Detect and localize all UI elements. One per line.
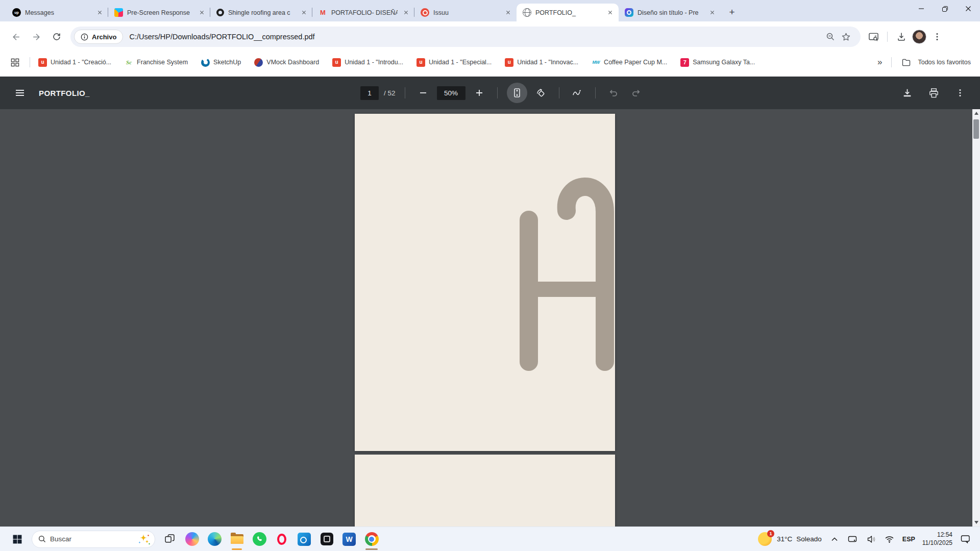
tab-title: Shingle roofing area c [228, 9, 296, 16]
notification-bubble-icon [961, 535, 970, 543]
bookmark-item[interactable]: Coffee Paper Cup M... [592, 58, 667, 67]
pdf-menu-button[interactable] [9, 82, 31, 104]
tab-close-icon[interactable] [708, 8, 717, 17]
copilot-button[interactable] [181, 528, 203, 550]
browser-tab[interactable]: Shingle roofing area c [210, 4, 312, 21]
page-number-input[interactable]: 1 [360, 86, 379, 100]
language-indicator[interactable]: ESP [902, 536, 915, 543]
scroll-down-arrow[interactable] [974, 521, 978, 524]
browser-tab[interactable]: Pre-Screen Response [108, 4, 210, 21]
pdf-viewer[interactable] [0, 109, 980, 527]
new-tab-button[interactable]: + [725, 5, 739, 19]
task-view-button[interactable] [158, 528, 181, 550]
tab-close-icon[interactable] [95, 8, 104, 17]
redo-button[interactable] [627, 84, 645, 102]
copilot-icon [185, 532, 199, 546]
udemy-icon [332, 58, 341, 67]
pdf-download-button[interactable] [898, 84, 916, 102]
volume-button[interactable] [866, 532, 877, 546]
browser-tab[interactable]: PORTAFOLIO- DISEÑA [312, 4, 414, 21]
browser-tab[interactable]: PORTFOLIO_ [517, 4, 619, 21]
scroll-up-arrow[interactable] [974, 112, 978, 115]
tab-close-icon[interactable] [606, 8, 615, 17]
apps-grid-button[interactable] [7, 55, 22, 70]
tray-overflow-button[interactable] [829, 532, 840, 546]
browser-tab[interactable]: Diseño sin título - Pre [619, 4, 721, 21]
downloads-button[interactable] [894, 29, 909, 44]
bookmark-label: Unidad 1 - "Innovac... [517, 59, 578, 66]
bookmark-item[interactable]: Unidad 1 - "Creació... [38, 58, 111, 67]
whatsapp-icon [253, 532, 266, 546]
browser-tab[interactable]: Issuu [414, 4, 517, 21]
scrollbar[interactable] [972, 109, 980, 527]
all-favorites-label[interactable]: Todos los favoritos [918, 59, 971, 66]
fit-to-page-button[interactable] [507, 83, 527, 103]
maximize-button[interactable] [933, 0, 957, 17]
zoom-in-button[interactable] [471, 84, 488, 102]
tab-close-icon[interactable] [198, 8, 206, 17]
tab-close-icon[interactable] [402, 8, 410, 17]
fit-page-icon [512, 88, 522, 98]
annotate-button[interactable] [569, 84, 586, 102]
reload-button[interactable] [48, 28, 65, 45]
notification-center-button[interactable] [960, 532, 971, 546]
rotate-button[interactable] [532, 84, 550, 102]
bookmarks-divider [30, 57, 30, 67]
browser-menu-button[interactable] [929, 29, 945, 44]
browser-tab[interactable]: Messages [6, 4, 108, 21]
chrome-active-indicator [365, 548, 378, 550]
pdf-kebab-icon [955, 88, 965, 97]
bookmark-item[interactable]: Unidad 1 - "Especial... [416, 58, 492, 67]
issuu-icon [421, 8, 429, 17]
bookmarks-right: » Todos los favoritos [877, 57, 971, 67]
taskbar-right: 1 31°C Soleado ESP 12:54 11/10/2025 [758, 531, 974, 547]
taskbar-search[interactable]: Buscar [32, 531, 155, 548]
tabs: Messages Pre-Screen Response Shingle roo… [0, 0, 721, 21]
dark-app-button[interactable] [315, 528, 338, 550]
chevron-up-icon [831, 537, 838, 542]
profile-avatar[interactable] [912, 30, 926, 44]
weather-widget[interactable]: 1 31°C Soleado [758, 532, 822, 546]
zoom-level-button[interactable] [823, 29, 838, 44]
file-explorer-button[interactable] [226, 528, 248, 550]
zoom-level-box[interactable]: 50% [437, 86, 465, 100]
tab-close-icon[interactable] [300, 8, 308, 17]
coffee-icon [592, 58, 600, 67]
edge-button[interactable] [203, 528, 226, 550]
bookmark-item[interactable]: Franchise System [125, 58, 188, 67]
bookmark-item[interactable]: Samsung Galaxy Ta... [680, 58, 755, 67]
file-scheme-chip[interactable]: Archivo [74, 30, 123, 44]
undo-button[interactable] [605, 84, 622, 102]
outlook-button[interactable] [293, 528, 315, 550]
network-button[interactable] [884, 532, 895, 546]
back-button[interactable] [7, 28, 24, 45]
bookmark-this-tab-button[interactable] [838, 29, 853, 44]
tab-title: PORTAFOLIO- DISEÑA [331, 9, 398, 16]
forward-button[interactable] [28, 28, 45, 45]
cast-button[interactable] [847, 532, 859, 546]
plus-icon [475, 88, 484, 97]
bookmark-item[interactable]: VMock Dashboard [254, 58, 319, 67]
bookmark-item[interactable]: Unidad 1 - "Innovac... [505, 58, 578, 67]
close-window-button[interactable] [957, 0, 980, 17]
pdf-print-button[interactable] [925, 84, 942, 102]
weather-desc: Soleado [796, 535, 822, 543]
word-button[interactable]: W [338, 528, 360, 550]
whatsapp-button[interactable] [248, 528, 271, 550]
opera-button[interactable] [271, 528, 293, 550]
address-bar[interactable]: Archivo C:/Users/HP/Downloads/PORTFOLIO_… [70, 27, 861, 47]
bookmark-label: Coffee Paper Cup M... [604, 59, 667, 66]
minimize-button[interactable] [910, 0, 933, 17]
zoom-out-button[interactable] [414, 84, 432, 102]
tab-close-icon[interactable] [504, 8, 512, 17]
bookmark-label: Unidad 1 - "Especial... [429, 59, 492, 66]
bookmark-item[interactable]: Unidad 1 - "Introdu... [332, 58, 403, 67]
bookmark-item[interactable]: SketchUp [201, 58, 241, 67]
start-button[interactable] [6, 528, 29, 550]
reading-mode-button[interactable] [866, 29, 881, 44]
chrome-button[interactable] [360, 528, 383, 550]
bookmarks-overflow-button[interactable]: » [877, 57, 881, 67]
pdf-more-button[interactable] [951, 84, 969, 102]
clock[interactable]: 12:54 11/10/2025 [922, 531, 952, 547]
scrollbar-thumb[interactable] [973, 119, 979, 139]
